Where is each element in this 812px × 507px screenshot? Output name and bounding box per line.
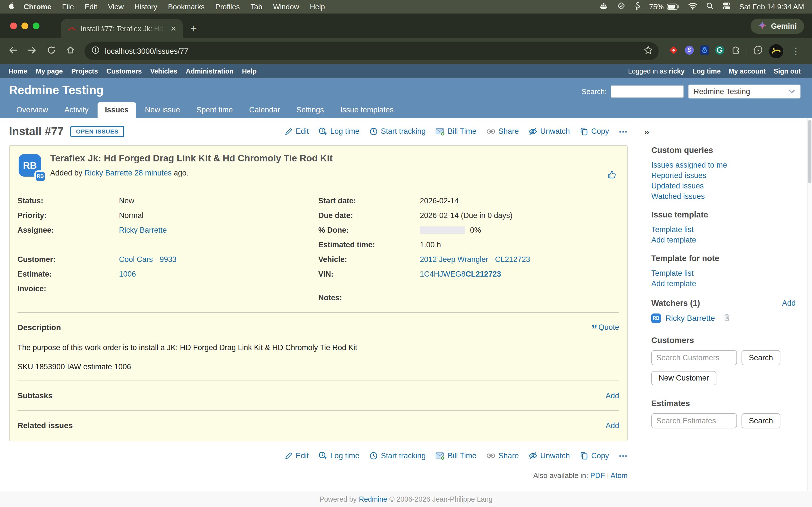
sidebar-collapse-icon[interactable]: » — [644, 126, 649, 137]
battery-indicator[interactable]: 75% — [649, 3, 679, 11]
tab-issue-templates[interactable]: Issue templates — [333, 102, 401, 118]
estimate-link[interactable]: 1006 — [119, 270, 136, 278]
edit-button-bottom[interactable]: Edit — [285, 452, 309, 460]
unwatch-button-bottom[interactable]: Unwatch — [528, 451, 570, 460]
topmenu-administration[interactable]: Administration — [186, 67, 234, 75]
topmenu-home[interactable]: Home — [8, 67, 28, 75]
topmenu-my-page[interactable]: My page — [36, 67, 63, 75]
topmenu-help[interactable]: Help — [242, 67, 257, 75]
menu-tab[interactable]: Tab — [251, 3, 262, 11]
menu-chrome[interactable]: Chrome — [24, 3, 51, 11]
issue-add-template-link[interactable]: Add template — [651, 235, 796, 245]
project-select[interactable]: Redmine Testing — [688, 84, 801, 99]
sidebar-link-watched-issues[interactable]: Watched issues — [651, 191, 796, 202]
topmenu-customers[interactable]: Customers — [106, 67, 142, 75]
note-template-list-link[interactable]: Template list — [651, 268, 796, 279]
bookmark-star-icon[interactable] — [644, 45, 653, 57]
edit-button[interactable]: Edit — [285, 127, 309, 136]
topmenu-vehicles[interactable]: Vehicles — [150, 67, 177, 75]
author-link[interactable]: Ricky Barrette — [85, 169, 133, 177]
sidebar-link-reported-issues[interactable]: Reported issues — [651, 170, 796, 181]
grammarly-icon[interactable] — [715, 45, 725, 57]
close-window-button[interactable] — [10, 22, 17, 29]
snake-icon[interactable] — [634, 1, 641, 12]
add-subtask-link[interactable]: Add — [606, 392, 619, 400]
sidebar-link-issues-assigned[interactable]: Issues assigned to me — [651, 160, 796, 170]
spotlight-icon[interactable] — [706, 2, 714, 12]
open-issues-badge[interactable]: OPEN ISSUES — [70, 126, 124, 137]
new-customer-button[interactable]: New Customer — [651, 371, 716, 385]
menu-window[interactable]: Window — [273, 3, 299, 11]
delete-watcher-icon[interactable] — [723, 313, 731, 323]
add-related-issue-link[interactable]: Add — [606, 421, 619, 430]
assignee-link[interactable]: Ricky Barrette — [119, 226, 167, 234]
vin-link[interactable]: 1C4HJWEG8CL212723 — [420, 270, 501, 278]
pdf-link[interactable]: PDF — [591, 471, 605, 480]
new-tab-button[interactable]: + — [191, 22, 197, 34]
url-text[interactable]: localhost:3000/issues/77 — [105, 47, 638, 56]
docker-icon[interactable] — [599, 2, 608, 12]
forward-icon[interactable] — [25, 46, 40, 57]
quote-button[interactable]: ”Quote — [591, 323, 619, 332]
menu-bookmarks[interactable]: Bookmarks — [168, 3, 205, 11]
atom-link[interactable]: Atom — [610, 471, 627, 480]
search-estimates-button[interactable]: Search — [742, 413, 780, 429]
extension-lock-icon[interactable] — [700, 45, 709, 57]
add-watcher-link[interactable]: Add — [782, 299, 796, 307]
extension-purple-icon[interactable] — [684, 45, 694, 57]
redmine-link[interactable]: Redmine — [359, 495, 387, 503]
home-icon[interactable] — [63, 46, 78, 57]
maximize-window-button[interactable] — [33, 22, 40, 29]
extension-red-icon[interactable] — [669, 45, 678, 57]
menu-file[interactable]: File — [62, 3, 74, 11]
search-customers-input[interactable] — [651, 350, 737, 365]
account-log-time[interactable]: Log time — [693, 67, 721, 75]
customer-link[interactable]: Cool Cars - 9933 — [119, 255, 176, 264]
account-sign-out[interactable]: Sign out — [774, 67, 801, 75]
minimize-window-button[interactable] — [21, 22, 28, 29]
energy-saver-icon[interactable] — [753, 45, 763, 57]
more-actions-button-bottom[interactable]: ⋯ — [619, 450, 627, 461]
menu-profiles[interactable]: Profiles — [215, 3, 240, 11]
profile-avatar[interactable] — [769, 44, 783, 58]
copy-button-bottom[interactable]: Copy — [579, 451, 609, 460]
watcher-name-link[interactable]: Ricky Barrette — [665, 314, 715, 323]
control-center-icon[interactable] — [722, 2, 731, 12]
tab-activity[interactable]: Activity — [57, 102, 96, 118]
menu-history[interactable]: History — [135, 3, 157, 11]
extensions-puzzle-icon[interactable] — [731, 45, 741, 57]
issue-template-list-link[interactable]: Template list — [651, 224, 796, 235]
tab-spent-time[interactable]: Spent time — [189, 102, 240, 118]
bill-time-button[interactable]: Bill Time — [435, 127, 476, 136]
menu-view[interactable]: View — [108, 3, 124, 11]
unwatch-button[interactable]: Unwatch — [528, 127, 570, 136]
reload-icon[interactable] — [44, 46, 59, 57]
vehicle-link[interactable]: 2012 Jeep Wrangler - CL212723 — [420, 255, 530, 264]
scrollbar-thumb[interactable] — [808, 120, 811, 183]
topmenu-projects[interactable]: Projects — [71, 67, 98, 75]
start-tracking-button-bottom[interactable]: Start tracking — [369, 451, 426, 460]
search-input[interactable] — [611, 85, 684, 98]
start-tracking-button[interactable]: Start tracking — [369, 127, 426, 136]
account-my-account[interactable]: My account — [728, 67, 766, 75]
browser-menu-icon[interactable]: ⋮ — [790, 47, 803, 56]
tab-close-icon[interactable]: ✕ — [168, 24, 178, 33]
search-estimates-input[interactable] — [651, 413, 737, 429]
share-button[interactable]: Share — [486, 127, 519, 136]
log-time-button[interactable]: Log time — [318, 127, 359, 136]
menubar-clock[interactable]: Sat Feb 14 9:34 AM — [739, 3, 804, 11]
pin-diamond-icon[interactable] — [617, 2, 625, 12]
tab-overview[interactable]: Overview — [9, 102, 56, 118]
added-time-link[interactable]: 28 minutes — [135, 169, 172, 177]
menu-edit[interactable]: Edit — [85, 3, 97, 11]
browser-tab[interactable]: Install #77: Teraflex Jk: Hd Fo ✕ — [61, 19, 183, 38]
tab-issues[interactable]: Issues — [98, 102, 136, 118]
copy-button[interactable]: Copy — [579, 127, 609, 136]
tab-settings[interactable]: Settings — [289, 102, 331, 118]
gemini-button[interactable]: Gemini — [751, 18, 804, 34]
wifi-icon[interactable] — [688, 2, 698, 11]
tab-calendar[interactable]: Calendar — [242, 102, 288, 118]
page-scrollbar[interactable] — [807, 118, 812, 491]
share-button-bottom[interactable]: Share — [486, 452, 519, 460]
more-actions-button[interactable]: ⋯ — [619, 126, 627, 137]
